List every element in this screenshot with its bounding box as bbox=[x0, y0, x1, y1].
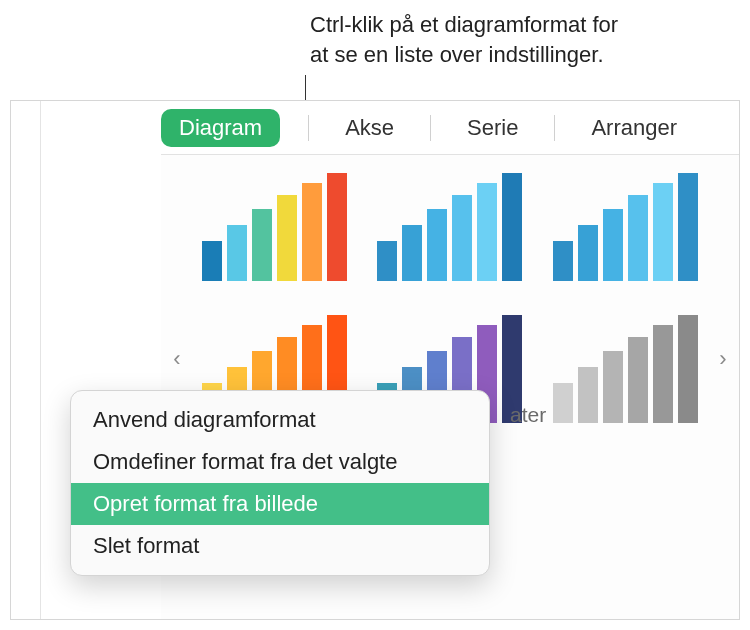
chevron-right-icon: › bbox=[719, 346, 726, 372]
style-cyan-2[interactable] bbox=[552, 173, 699, 285]
bar-icon bbox=[377, 241, 397, 281]
bar-icon bbox=[653, 325, 673, 423]
menu-item-delete[interactable]: Slet format bbox=[71, 525, 489, 567]
styles-grid bbox=[201, 173, 699, 427]
tab-axis[interactable]: Akse bbox=[337, 109, 402, 147]
bar-icon bbox=[578, 225, 598, 281]
bar-icon bbox=[553, 383, 573, 423]
menu-item-create[interactable]: Opret format fra billede bbox=[71, 483, 489, 525]
menu-item-apply[interactable]: Anvend diagramformat bbox=[71, 399, 489, 441]
menu-item-redefine[interactable]: Omdefiner format fra det valgte bbox=[71, 441, 489, 483]
bar-icon bbox=[252, 209, 272, 281]
bar-icon bbox=[277, 195, 297, 281]
bar-icon bbox=[502, 173, 522, 281]
diagram-formats-label-trail: ater bbox=[510, 403, 546, 427]
tab-arrange[interactable]: Arranger bbox=[583, 109, 685, 147]
bar-icon bbox=[302, 183, 322, 281]
tab-separator bbox=[308, 115, 309, 141]
bar-icon bbox=[327, 173, 347, 281]
tab-separator bbox=[554, 115, 555, 141]
tab-series[interactable]: Serie bbox=[459, 109, 526, 147]
style-blue-1[interactable] bbox=[376, 173, 523, 285]
bar-icon bbox=[628, 195, 648, 281]
bar-icon bbox=[653, 183, 673, 281]
callout-text: Ctrl-klik på et diagramformat for at se … bbox=[310, 10, 730, 69]
tab-diagram[interactable]: Diagram bbox=[161, 109, 280, 147]
bar-icon bbox=[452, 195, 472, 281]
styles-prev-button[interactable]: ‹ bbox=[163, 345, 191, 373]
bar-icon bbox=[553, 241, 573, 281]
context-menu: Anvend diagramformatOmdefiner format fra… bbox=[70, 390, 490, 576]
bar-icon bbox=[628, 337, 648, 423]
bar-icon bbox=[603, 209, 623, 281]
inspector-tabs: Diagram Akse Serie Arranger bbox=[161, 101, 739, 155]
bar-icon bbox=[202, 241, 222, 281]
style-gray-5[interactable] bbox=[552, 315, 699, 427]
chevron-left-icon: ‹ bbox=[173, 346, 180, 372]
bar-icon bbox=[427, 209, 447, 281]
callout-line1: Ctrl-klik på et diagramformat for bbox=[310, 12, 618, 37]
styles-next-button[interactable]: › bbox=[709, 345, 737, 373]
bar-icon bbox=[603, 351, 623, 423]
bar-icon bbox=[678, 315, 698, 423]
bar-icon bbox=[227, 225, 247, 281]
style-multicolor-0[interactable] bbox=[201, 173, 348, 285]
bar-icon bbox=[477, 183, 497, 281]
callout-line2: at se en liste over indstillinger. bbox=[310, 42, 604, 67]
bar-icon bbox=[678, 173, 698, 281]
bar-icon bbox=[578, 367, 598, 423]
bar-icon bbox=[402, 225, 422, 281]
left-gutter bbox=[11, 101, 41, 619]
tab-separator bbox=[430, 115, 431, 141]
